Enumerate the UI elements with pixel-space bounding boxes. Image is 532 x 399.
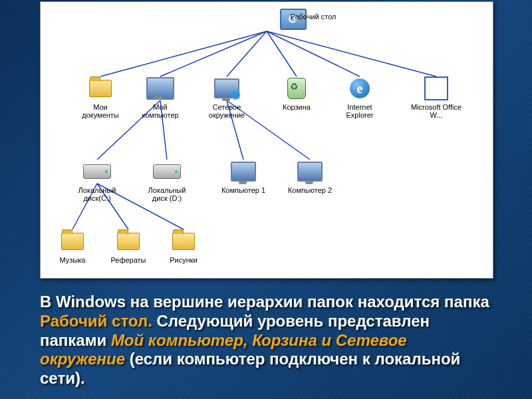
- svg-line-2: [227, 31, 267, 76]
- svg-line-1: [160, 31, 267, 76]
- svg-line-11: [97, 184, 128, 229]
- svg-line-8: [227, 100, 243, 160]
- slide-caption: В Windows на вершине иерархии папок нахо…: [40, 293, 492, 388]
- connector-lines: [41, 2, 493, 278]
- hierarchy-diagram: Рабочий столМои документыМой компьютерСе…: [40, 1, 493, 279]
- svg-line-9: [227, 100, 310, 160]
- svg-line-7: [160, 100, 167, 160]
- svg-line-4: [267, 31, 360, 76]
- svg-line-12: [97, 184, 184, 229]
- caption-text-1: В Windows на вершине иерархии папок нахо…: [40, 293, 489, 311]
- svg-line-0: [100, 31, 267, 76]
- svg-line-10: [72, 184, 97, 229]
- caption-highlight-desktop: Рабочий стол.: [40, 312, 152, 330]
- svg-line-6: [97, 100, 160, 160]
